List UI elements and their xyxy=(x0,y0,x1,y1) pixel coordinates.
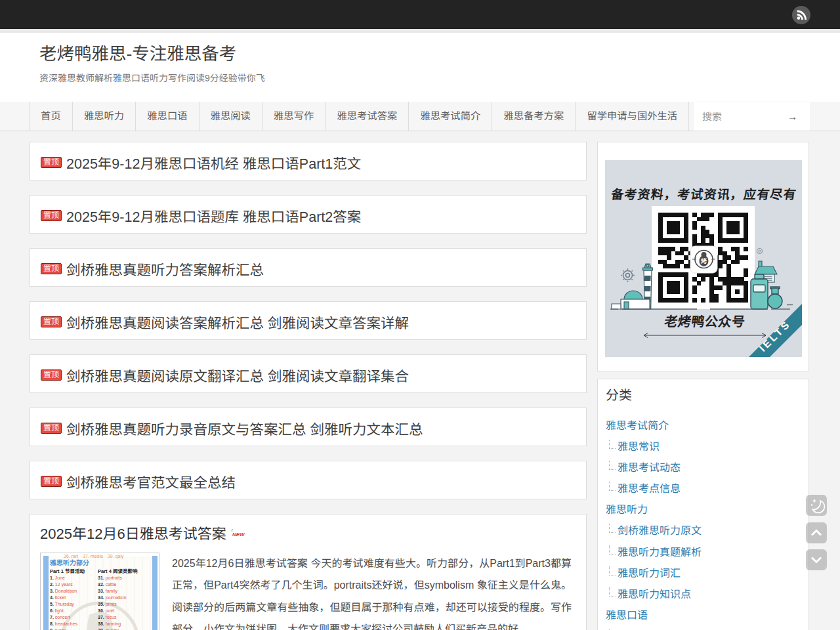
svg-text:39. quality: 39. quality xyxy=(98,628,119,630)
svg-text:6. light: 6. light xyxy=(50,608,64,614)
svg-text:9. nurse: 9. nurse xyxy=(50,628,66,630)
svg-text:8. headaches: 8. headaches xyxy=(50,621,78,626)
svg-text:NEW: NEW xyxy=(232,532,245,537)
svg-text:4. ticket: 4. ticket xyxy=(50,595,66,600)
svg-text:36. poet: 36. poet xyxy=(98,608,114,614)
svg-text:老烤鸭公众号: 老烤鸭公众号 xyxy=(663,314,746,329)
svg-text:37. focus: 37. focus xyxy=(98,615,117,620)
svg-text:2. 12 years: 2. 12 years xyxy=(50,582,73,587)
svg-text:雅思听力部分: 雅思听力部分 xyxy=(49,559,89,566)
svg-text:34. journalism: 34. journalism xyxy=(98,595,127,600)
svg-text:1. June: 1. June xyxy=(50,576,65,580)
svg-text:5. Thursday: 5. Thursday xyxy=(50,602,74,607)
svg-text:33. family: 33. family xyxy=(98,589,117,594)
svg-text:烤: 烤 xyxy=(701,258,707,264)
svg-text:38. farming: 38. farming xyxy=(98,621,121,627)
svg-text:32. cattle: 32. cattle xyxy=(98,582,117,587)
svg-text:31. portraits: 31. portraits xyxy=(98,576,122,581)
svg-text:7. concert: 7. concert xyxy=(50,615,70,620)
svg-text:3. Donaldson: 3. Donaldson xyxy=(50,589,77,593)
svg-text:备考资料，考试资讯，应有尽有: 备考资料，考试资讯，应有尽有 xyxy=(610,188,798,201)
svg-text:Part 1 节目活动: Part 1 节目活动 xyxy=(50,568,85,574)
svg-text:36. rart 37. media 39. qaly: 36. rart 37. media 39. qaly xyxy=(64,553,124,558)
svg-text:35. prints: 35. prints xyxy=(98,602,117,607)
svg-text:Part 4 阅读类影响: Part 4 阅读类影响 xyxy=(98,568,138,574)
